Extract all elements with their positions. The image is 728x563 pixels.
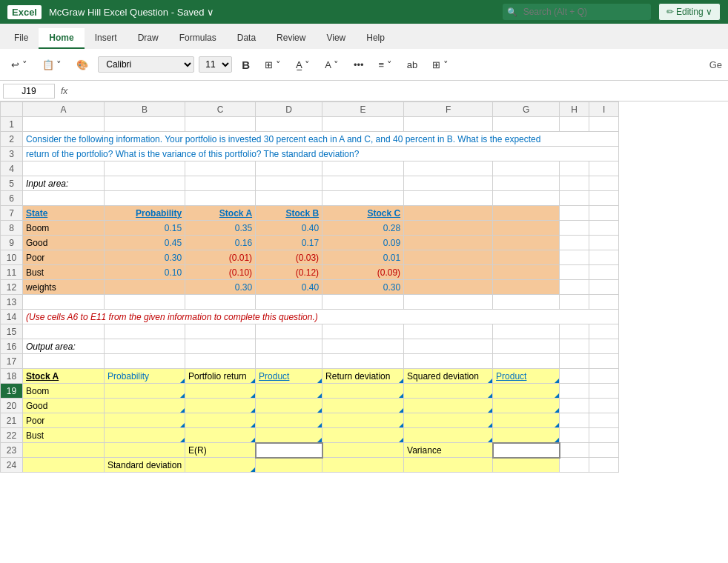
cell-g9[interactable] <box>493 236 560 250</box>
col-header-d[interactable]: D <box>256 102 322 117</box>
cell-a4[interactable] <box>23 161 105 176</box>
row-header-18[interactable]: 18 <box>1 369 23 384</box>
cell-c7[interactable]: Stock A <box>185 206 256 221</box>
cell-d23[interactable] <box>256 443 322 458</box>
cell-h24[interactable] <box>560 458 589 473</box>
cell-e22[interactable] <box>322 428 404 443</box>
cell-b16[interactable] <box>105 339 185 354</box>
row-header-19[interactable]: 19 <box>1 384 23 399</box>
cell-e13[interactable] <box>322 295 404 310</box>
cell-c6[interactable] <box>185 191 256 206</box>
cell-d17[interactable] <box>256 354 322 369</box>
cell-i10[interactable] <box>589 250 619 265</box>
cell-f6[interactable] <box>404 191 493 206</box>
cell-e23[interactable] <box>322 443 404 458</box>
cell-b18[interactable]: Probability <box>105 369 185 384</box>
cell-b6[interactable] <box>105 191 185 206</box>
cell-f21[interactable] <box>404 413 493 428</box>
cell-g17[interactable] <box>493 354 560 369</box>
cell-h10[interactable] <box>560 250 589 265</box>
row-header-14[interactable]: 14 <box>1 310 23 324</box>
tab-formulas[interactable]: Formulas <box>169 28 227 49</box>
format-painter-button[interactable]: 🎨 <box>71 56 93 73</box>
font-selector[interactable]: Calibri <box>98 56 194 73</box>
tab-draw[interactable]: Draw <box>128 28 169 49</box>
align-button[interactable]: ≡ ˅ <box>374 56 397 73</box>
cell-e12[interactable]: 0.30 <box>322 280 404 295</box>
col-header-f[interactable]: F <box>404 102 493 117</box>
cell-f18[interactable]: Squared deviation <box>404 369 493 384</box>
cell-d6[interactable] <box>256 191 322 206</box>
cell-e8[interactable]: 0.28 <box>322 221 404 236</box>
cell-g6[interactable] <box>493 191 560 206</box>
cell-d18[interactable]: Product <box>256 369 322 384</box>
cell-f7[interactable] <box>404 206 493 221</box>
cell-i21[interactable] <box>589 413 619 428</box>
cell-b4[interactable] <box>105 161 185 176</box>
search-input[interactable] <box>503 4 651 20</box>
tab-help[interactable]: Help <box>356 28 395 49</box>
cell-b13[interactable] <box>105 295 185 310</box>
cell-c8[interactable]: 0.35 <box>185 221 256 236</box>
cell-a18[interactable]: Stock A <box>23 369 105 384</box>
more-button[interactable]: ••• <box>348 56 369 73</box>
cell-h12[interactable] <box>560 280 589 295</box>
row-header-13[interactable]: 13 <box>1 295 23 310</box>
cell-e4[interactable] <box>322 161 404 176</box>
cell-c11[interactable]: (0.10) <box>185 265 256 280</box>
cell-h16[interactable] <box>560 339 589 354</box>
row-header-10[interactable]: 10 <box>1 250 23 265</box>
cell-f12[interactable] <box>404 280 493 295</box>
cell-g24[interactable] <box>493 458 560 473</box>
cell-c10[interactable]: (0.01) <box>185 250 256 265</box>
cell-h23[interactable] <box>560 443 589 458</box>
cell-d20[interactable] <box>256 399 322 413</box>
row-header-24[interactable]: 24 <box>1 458 23 473</box>
cell-a10[interactable]: Poor <box>23 250 105 265</box>
cell-e7[interactable]: Stock C <box>322 206 404 221</box>
undo-button[interactable]: ↩ ˅ <box>6 56 33 73</box>
cell-d11[interactable]: (0.12) <box>256 265 322 280</box>
cell-f8[interactable] <box>404 221 493 236</box>
search-wrapper[interactable] <box>503 4 651 20</box>
cell-f11[interactable] <box>404 265 493 280</box>
cell-d8[interactable]: 0.40 <box>256 221 322 236</box>
cell-b1[interactable] <box>105 117 185 132</box>
cell-b10[interactable]: 0.30 <box>105 250 185 265</box>
cell-g13[interactable] <box>493 295 560 310</box>
cell-i6[interactable] <box>589 191 619 206</box>
row-header-9[interactable]: 9 <box>1 236 23 250</box>
row-header-8[interactable]: 8 <box>1 221 23 236</box>
cell-i18[interactable] <box>589 369 619 384</box>
col-header-c[interactable]: C <box>185 102 256 117</box>
cell-d4[interactable] <box>256 161 322 176</box>
borders-button[interactable]: ⊞ ˅ <box>259 56 286 73</box>
cell-i13[interactable] <box>589 295 619 310</box>
cell-a1[interactable] <box>23 117 105 132</box>
cell-f22[interactable] <box>404 428 493 443</box>
cell-e20[interactable] <box>322 399 404 413</box>
cell-f13[interactable] <box>404 295 493 310</box>
row-header-22[interactable]: 22 <box>1 428 23 443</box>
wrap-button[interactable]: ab <box>402 56 423 73</box>
cell-a15[interactable] <box>23 324 105 339</box>
cell-b23[interactable] <box>105 443 185 458</box>
cell-g5[interactable] <box>493 176 560 191</box>
cell-i24[interactable] <box>589 458 619 473</box>
cell-e11[interactable]: (0.09) <box>322 265 404 280</box>
cell-e17[interactable] <box>322 354 404 369</box>
cell-i20[interactable] <box>589 399 619 413</box>
cell-reference-input[interactable] <box>3 84 55 99</box>
cell-f4[interactable] <box>404 161 493 176</box>
cell-a3[interactable]: return of the portfolio? What is the var… <box>23 147 619 161</box>
tab-data[interactable]: Data <box>227 28 266 49</box>
row-header-2[interactable]: 2 <box>1 132 23 147</box>
cell-g12[interactable] <box>493 280 560 295</box>
cell-a23[interactable] <box>23 443 105 458</box>
paste-button[interactable]: 📋 ˅ <box>37 56 67 73</box>
cell-b15[interactable] <box>105 324 185 339</box>
cell-g11[interactable] <box>493 265 560 280</box>
cell-c17[interactable] <box>185 354 256 369</box>
cell-a16[interactable]: Output area: <box>23 339 105 354</box>
cell-c18[interactable]: Portfolio return <box>185 369 256 384</box>
